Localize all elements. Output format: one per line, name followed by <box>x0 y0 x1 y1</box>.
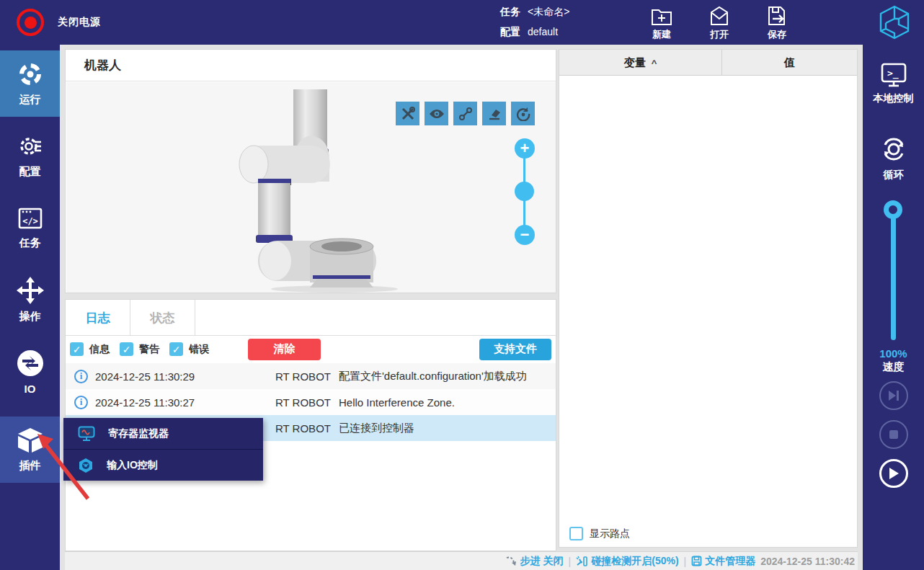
column-value[interactable]: 值 <box>722 50 857 76</box>
collision-detection-status[interactable]: 碰撞检测开启(50%) <box>576 555 678 568</box>
show-waypoints-row: 显示路点 <box>569 527 630 540</box>
rotate-view-icon <box>516 107 530 121</box>
zoom-in-button[interactable]: + <box>515 138 535 159</box>
task-label: 任务 <box>500 6 520 17</box>
log-filter-bar: ✓ 信息 ✓ 警告 ✓ 错误 清除 支持文件 <box>66 336 556 362</box>
clear-log-button[interactable]: 清除 <box>248 339 321 360</box>
column-variable-label: 变量 <box>624 56 646 70</box>
sidebar-item-operate[interactable]: 操作 <box>0 267 60 333</box>
view-zoom-knob[interactable] <box>515 182 534 201</box>
right-sidebar: >_ 本地控制 循环 100% 速度 <box>863 45 924 570</box>
column-value-label: 值 <box>784 56 795 70</box>
filter-error-checkbox[interactable]: ✓ <box>169 342 183 356</box>
sidebar-item-config[interactable]: 配置 <box>0 123 60 189</box>
statusbar-separator: | <box>569 556 572 567</box>
sidebar-item-label: 任务 <box>19 236 41 250</box>
show-waypoints-checkbox[interactable] <box>569 527 583 540</box>
zoom-out-button[interactable]: − <box>515 225 535 245</box>
file-manager-button[interactable]: 文件管理器 <box>691 555 755 568</box>
show-waypoints-label: 显示路点 <box>590 527 630 540</box>
menu-item-register-monitor[interactable]: 寄存器监视器 <box>63 418 263 449</box>
code-window-icon: </> <box>17 206 43 231</box>
open-task-button[interactable]: 打开 <box>696 3 742 43</box>
stop-button[interactable] <box>879 420 908 449</box>
save-task-button[interactable]: 保存 <box>754 3 800 43</box>
statusbar-separator: | <box>684 556 687 567</box>
plugin-cube-icon <box>17 427 44 453</box>
sidebar-item-label: 配置 <box>19 165 41 179</box>
config-label: 配置 <box>500 26 520 37</box>
collision-label: 碰撞检测开启(50%) <box>591 555 678 568</box>
gear-icon <box>17 133 43 159</box>
open-envelope-icon <box>708 6 730 26</box>
io-arrows-icon <box>17 349 44 377</box>
terminal-icon: >_ <box>879 62 908 88</box>
statusbar-timestamp: 2024-12-25 11:30:42 <box>760 556 855 567</box>
step-forward-button[interactable] <box>879 381 908 410</box>
log-row[interactable]: i 2024-12-25 11:30:29 RT ROBOT 配置文件'defa… <box>66 363 556 389</box>
task-value: <未命名> <box>528 6 569 17</box>
speed-label: 速度 <box>863 360 924 374</box>
log-row[interactable]: i 2024-12-25 11:30:27 RT ROBOT Hello Int… <box>66 389 556 415</box>
eye-icon <box>429 108 445 120</box>
left-sidebar: 运行 配置 </> 任务 操作 <box>0 45 60 570</box>
sidebar-item-plugin[interactable]: 插件 <box>0 417 60 483</box>
speed-percent: 100% <box>863 347 924 360</box>
log-source: RT ROBOT <box>275 422 339 435</box>
input-io-icon <box>78 458 94 473</box>
sidebar-item-io[interactable]: IO <box>0 339 60 405</box>
filter-warning-label: 警告 <box>139 343 159 356</box>
file-manager-label: 文件管理器 <box>705 555 755 568</box>
new-task-button[interactable]: 新建 <box>639 3 685 43</box>
step-mode-status[interactable]: 步进 关闭 <box>505 555 564 568</box>
status-bar: 步进 关闭 | 碰撞检测开启(50%) | 文件管理器 2024-12-25 1… <box>65 551 858 570</box>
menu-item-label: 输入IO控制 <box>107 459 158 472</box>
support-file-button[interactable]: 支持文件 <box>479 339 551 360</box>
eraser-button[interactable] <box>482 102 506 125</box>
sidebar-item-run[interactable]: 运行 <box>0 50 60 117</box>
register-monitor-icon <box>78 426 95 442</box>
eraser-icon <box>487 107 502 121</box>
svg-text:>_: >_ <box>887 68 899 79</box>
path-button[interactable] <box>453 102 477 125</box>
tools-icon <box>401 107 415 121</box>
sidebar-item-label: IO <box>25 383 36 395</box>
speed-slider-track[interactable] <box>891 209 896 340</box>
log-message: 配置文件'default.configuration'加载成功 <box>339 370 527 383</box>
power-icon <box>17 9 44 36</box>
power-button[interactable] <box>14 6 46 38</box>
plugin-popup-menu: 寄存器监视器 输入IO控制 <box>63 418 263 481</box>
loop-button[interactable]: 循环 <box>863 134 924 182</box>
tools-button[interactable] <box>396 102 419 125</box>
filter-warning-checkbox[interactable]: ✓ <box>120 342 133 356</box>
menu-item-label: 寄存器监视器 <box>108 427 169 440</box>
tab-log[interactable]: 日志 <box>66 300 130 336</box>
collision-icon <box>576 556 588 567</box>
speed-slider-knob[interactable] <box>884 200 902 219</box>
open-label: 打开 <box>710 28 729 41</box>
reset-view-button[interactable] <box>511 102 535 125</box>
log-tabs: 日志 状态 <box>66 300 556 336</box>
sidebar-item-label: 插件 <box>19 459 41 473</box>
log-source: RT ROBOT <box>275 370 339 383</box>
robot-3d-viewport[interactable]: + − <box>66 82 556 293</box>
play-button[interactable] <box>879 459 908 488</box>
power-label: 关闭电源 <box>58 16 101 29</box>
sidebar-item-label: 运行 <box>19 93 41 107</box>
info-icon: i <box>74 396 88 409</box>
config-value: default <box>528 26 558 37</box>
info-icon: i <box>74 370 88 383</box>
menu-item-input-io-control[interactable]: 输入IO控制 <box>63 450 263 481</box>
filter-info-checkbox[interactable]: ✓ <box>70 342 84 356</box>
sidebar-item-task[interactable]: </> 任务 <box>0 195 60 261</box>
stop-icon <box>889 429 899 440</box>
new-label: 新建 <box>652 28 671 41</box>
robot-panel: 机器人 <box>65 49 556 293</box>
local-control-button[interactable]: >_ 本地控制 <box>863 62 924 105</box>
column-variable[interactable]: 变量 ^ <box>559 50 722 76</box>
filter-error-label: 错误 <box>189 343 209 356</box>
tab-status[interactable]: 状态 <box>130 300 195 336</box>
visibility-button[interactable] <box>425 102 448 125</box>
run-icon <box>17 61 43 87</box>
log-time: 2024-12-25 11:30:27 <box>95 396 275 409</box>
